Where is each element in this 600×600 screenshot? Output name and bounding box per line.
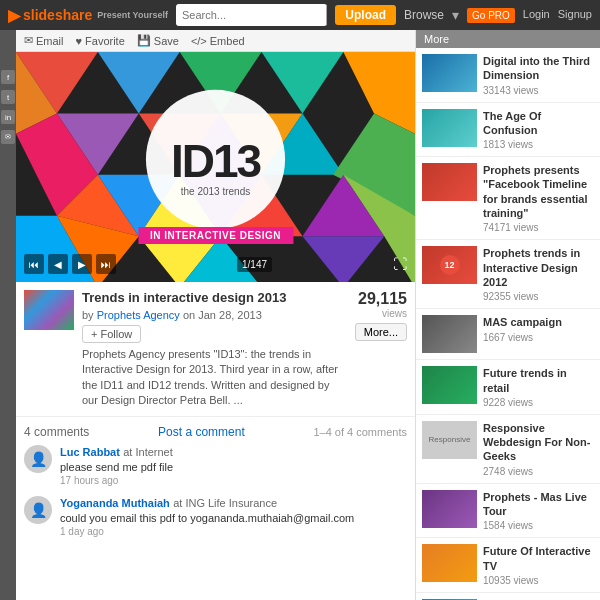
save-tool[interactable]: 💾 Save <box>137 34 179 47</box>
logo-text: slideshare <box>23 7 92 23</box>
sidebar-item-views: 92355 views <box>483 291 594 302</box>
sidebar-icon-4[interactable]: ✉ <box>1 130 15 144</box>
browse-link[interactable]: Browse <box>404 8 444 22</box>
sidebar-item-title: Future trends in retail <box>483 366 594 395</box>
comment-text: could you email this pdf to yogananda.mu… <box>60 512 407 524</box>
embed-tool[interactable]: </> Embed <box>191 35 245 47</box>
more-button[interactable]: More... <box>355 323 407 341</box>
sidebar-icon-1[interactable]: f <box>1 70 15 84</box>
heart-icon: ♥ <box>76 35 83 47</box>
comment-body: Luc Rabbat at Internet please send me pd… <box>60 445 407 486</box>
sidebar-thumb: Responsive <box>422 421 477 459</box>
login-link[interactable]: Login <box>523 8 550 23</box>
sidebar-thumb <box>422 109 477 147</box>
follow-button[interactable]: + Follow <box>82 325 141 343</box>
comment-item: 👤 Luc Rabbat at Internet please send me … <box>24 445 407 486</box>
sidebar-item[interactable]: Future Of Interactive TV 10935 views <box>416 538 600 593</box>
embed-label: Embed <box>210 35 245 47</box>
comments-range: 1–4 of 4 comments <box>313 426 407 438</box>
sidebar-item[interactable]: Responsive Responsive Webdesign For Non-… <box>416 415 600 484</box>
comment-text: please send me pdf file <box>60 461 407 473</box>
sidebar-item-info: Prophets presents "Facebook Timeline for… <box>483 163 594 233</box>
upload-button[interactable]: Upload <box>335 5 396 25</box>
sidebar-icon-3[interactable]: in <box>1 110 15 124</box>
comment-time: 17 hours ago <box>60 475 407 486</box>
sidebar-item[interactable]: MAS campaign 1667 views <box>416 309 600 360</box>
go-pro-button[interactable]: Go PRO <box>467 8 515 23</box>
presentation-details: Trends in interactive design 2013 by Pro… <box>82 290 344 408</box>
play-button[interactable]: ▶ <box>72 254 92 274</box>
main: f t in ✉ ✉ Email ♥ Favorite 💾 Save </> E… <box>0 30 600 600</box>
comments-section: 4 comments Post a comment 1–4 of 4 comme… <box>16 417 415 600</box>
sidebar-item-title: Future Of Interactive TV <box>483 544 594 573</box>
search-input[interactable] <box>176 7 326 23</box>
right-sidebar: More Digital into the Third Dimension 33… <box>415 30 600 600</box>
sidebar-item[interactable]: Prophets - Mas Live Tour 1584 views <box>416 484 600 539</box>
sidebar-icon-2[interactable]: t <box>1 90 15 104</box>
slide-viewer: ID13 the 2013 trends IN INTERACTIVE DESI… <box>16 52 415 282</box>
sidebar-item[interactable]: Future trends in retail 9228 views <box>416 360 600 415</box>
sidebar-item-views: 33143 views <box>483 85 594 96</box>
current-slide: 1 <box>242 259 248 270</box>
save-icon: 💾 <box>137 34 151 47</box>
email-tool[interactable]: ✉ Email <box>24 34 64 47</box>
sidebar-thumb <box>422 490 477 528</box>
logo[interactable]: ▶ slidesharePresent Yourself <box>8 6 168 25</box>
sidebar-item-title: MAS campaign <box>483 315 594 329</box>
email-label: Email <box>36 35 64 47</box>
sidebar-item-views: 2748 views <box>483 466 594 477</box>
content: ✉ Email ♥ Favorite 💾 Save </> Embed <box>16 30 415 600</box>
sidebar-item[interactable]: The Age Of Confusion 1813 views <box>416 103 600 158</box>
sidebar-item-views: 10935 views <box>483 575 594 586</box>
comment-author[interactable]: Yogananda Muthaiah <box>60 497 170 509</box>
sidebar-item-views: 74171 views <box>483 222 594 233</box>
header-links: Go PRO Login Signup <box>467 8 592 23</box>
sidebar-thumb <box>422 366 477 404</box>
search-box: 🔍 <box>176 4 327 26</box>
fullscreen-button[interactable]: ⛶ <box>393 256 407 272</box>
prev-button[interactable]: ◀ <box>48 254 68 274</box>
comments-list: 👤 Luc Rabbat at Internet please send me … <box>24 445 407 537</box>
embed-icon: </> <box>191 35 207 47</box>
presentation-title: Trends in interactive design 2013 <box>82 290 344 307</box>
author-link[interactable]: Prophets Agency <box>97 309 180 321</box>
post-comment-link[interactable]: Post a comment <box>158 425 245 439</box>
sidebar-item-info: Responsive Webdesign For Non-Geeks 2748 … <box>483 421 594 477</box>
sidebar-item-info: MAS campaign 1667 views <box>483 315 594 353</box>
slide-tagline: IN INTERACTIVE DESIGN <box>138 227 293 244</box>
presentation-date: Jan 28, 2013 <box>198 309 262 321</box>
comment-author[interactable]: Luc Rabbat <box>60 446 120 458</box>
sidebar-item-info: Digital into the Third Dimension 33143 v… <box>483 54 594 96</box>
sidebar-item[interactable]: The 2011 trends in interactive design 16… <box>416 593 600 600</box>
search-button[interactable]: 🔍 <box>326 4 327 26</box>
sidebar-item[interactable]: Digital into the Third Dimension 33143 v… <box>416 48 600 103</box>
sidebar-item-info: The Age Of Confusion 1813 views <box>483 109 594 151</box>
sidebar-item[interactable]: 12 Prophets trends in Interactive Design… <box>416 240 600 309</box>
slide-main: ID13 the 2013 trends <box>16 52 415 282</box>
slide-number: 1/147 <box>237 257 272 272</box>
comment-avatar: 👤 <box>24 496 52 524</box>
more-label: More <box>416 30 600 48</box>
slide-canvas: ID13 the 2013 trends IN INTERACTIVE DESI… <box>16 52 415 282</box>
comments-header: 4 comments Post a comment 1–4 of 4 comme… <box>24 425 407 439</box>
sidebar-item-info: Prophets - Mas Live Tour 1584 views <box>483 490 594 532</box>
signup-link[interactable]: Signup <box>558 8 592 23</box>
comment-item: 👤 Yogananda Muthaiah at ING Life Insuran… <box>24 496 407 537</box>
comment-org: at ING Life Insurance <box>173 497 277 509</box>
sidebar-item[interactable]: Prophets presents "Facebook Timeline for… <box>416 157 600 240</box>
comment-time: 1 day ago <box>60 526 407 537</box>
comment-org: at Internet <box>123 446 173 458</box>
presentation-info: Trends in interactive design 2013 by Pro… <box>16 282 415 417</box>
slide-subtitle: the 2013 trends <box>171 186 260 197</box>
sidebar-item-info: Future trends in retail 9228 views <box>483 366 594 408</box>
next-button[interactable]: ⏭ <box>96 254 116 274</box>
sidebar-item-title: Prophets - Mas Live Tour <box>483 490 594 519</box>
save-label: Save <box>154 35 179 47</box>
prev-start-button[interactable]: ⏮ <box>24 254 44 274</box>
sidebar-item-title: The Age Of Confusion <box>483 109 594 138</box>
sidebar-thumb <box>422 54 477 92</box>
header: ▶ slidesharePresent Yourself 🔍 Upload Br… <box>0 0 600 30</box>
sidebar-item-views: 9228 views <box>483 397 594 408</box>
sidebar-thumb <box>422 315 477 353</box>
favorite-tool[interactable]: ♥ Favorite <box>76 35 125 47</box>
